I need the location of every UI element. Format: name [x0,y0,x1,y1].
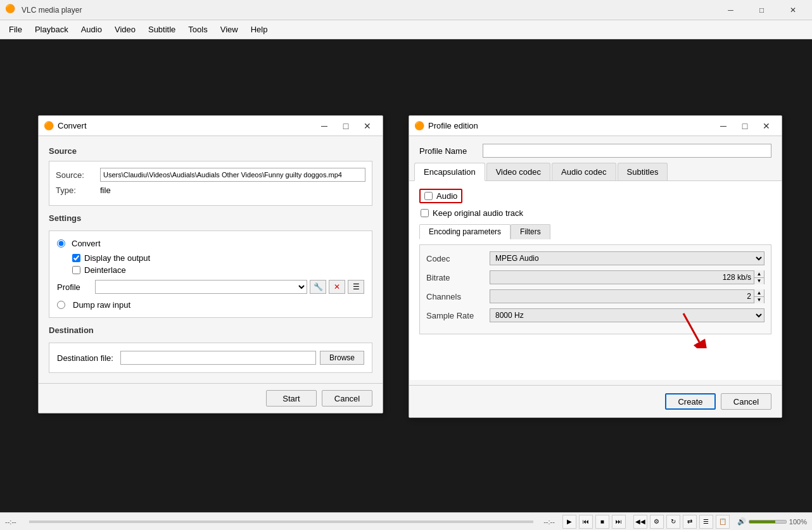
menu-tools[interactable]: Tools [182,22,213,37]
tab-encapsulation[interactable]: Encapsulation [414,163,485,181]
seek-area [19,521,543,523]
svg-line-4 [683,313,699,342]
stop-button[interactable]: ■ [595,515,609,529]
bitrate-row: Bitrate 128 kb/s ▲ ▼ [426,270,764,284]
source-row: Source: [56,168,365,182]
playlist-button[interactable]: ☰ [699,515,713,529]
menu-view[interactable]: View [214,22,244,37]
profile-name-row: Profile Name [409,136,782,163]
sample-rate-select[interactable]: 8000 Hz [490,308,764,322]
prev-button[interactable]: ⏮ [579,515,593,529]
deinterlace-checkbox[interactable] [72,266,80,274]
channels-value: 2 [490,292,754,301]
type-value: file [100,186,111,195]
browse-button[interactable]: Browse [320,351,364,365]
settings-section: Convert Display the output Deinterlace P… [49,230,372,318]
menu-file[interactable]: File [3,22,29,37]
source-input[interactable] [100,168,365,182]
settings-section-label: Settings [49,213,372,223]
convert-radio[interactable] [57,239,65,248]
subtab-filters[interactable]: Filters [511,224,550,239]
profile-wrench-button[interactable]: 🔧 [310,280,326,294]
spacer [419,334,771,372]
tabs-bar: Encapsulation Video codec Audio codec Su… [409,163,782,181]
sample-rate-label: Sample Rate [426,311,490,320]
profile-select[interactable] [95,280,307,294]
channels-up-button[interactable]: ▲ [754,289,764,296]
extended-button[interactable]: 📋 [716,515,730,529]
menu-playback[interactable]: Playback [29,22,75,37]
bitrate-label: Bitrate [426,273,490,282]
cancel-button[interactable]: Cancel [322,390,372,407]
profile-dialog-controls: ─ □ ✕ [713,117,777,135]
profile-dialog-title: Profile edition [428,121,713,130]
settings-button[interactable]: ⚙ [650,515,664,529]
dump-raw-radio[interactable] [57,301,65,309]
volume-icon: 🔊 [737,517,746,526]
time-right: --:-- [543,518,555,526]
display-output-row: Display the output [72,253,364,263]
audio-checkbox[interactable] [424,192,433,200]
arrow-indicator [677,310,709,348]
bitrate-up-button[interactable]: ▲ [754,270,764,277]
tab-subtitles[interactable]: Subtitles [618,163,668,180]
convert-dialog-controls: ─ □ ✕ [314,117,377,135]
dest-file-row: Destination file: Browse [57,351,364,365]
audio-row: Audio [419,189,771,203]
convert-minimize-button[interactable]: ─ [314,117,334,135]
destination-section: Destination file: Browse [49,343,372,373]
profile-new-button[interactable]: ☰ [348,280,364,294]
profile-dialog-title-bar: 🟠 Profile edition ─ □ ✕ [409,116,782,136]
channels-down-button[interactable]: ▼ [754,296,764,304]
convert-dialog: 🟠 Convert ─ □ ✕ Source Source: Type: fil… [38,115,383,413]
profile-maximize-button[interactable]: □ [735,117,755,135]
profile-cancel-button[interactable]: Cancel [721,393,771,410]
encoding-params-content: Codec MPEG Audio Bitrate 128 kb/s ▲ ▼ [419,244,771,334]
audio-checkbox-wrap: Audio [419,189,462,203]
bitrate-down-button[interactable]: ▼ [754,277,764,285]
play-button[interactable]: ▶ [562,515,576,529]
loop-button[interactable]: ↻ [666,515,680,529]
deinterlace-row: Deinterlace [72,265,364,275]
convert-radio-label: Convert [72,239,101,248]
type-row: Type: file [56,186,365,195]
maximize-button[interactable]: □ [747,0,776,20]
tab-video-codec[interactable]: Video codec [486,163,550,180]
seek-bar[interactable] [29,521,533,523]
profile-close-button[interactable]: ✕ [756,117,777,135]
display-output-label: Display the output [84,253,150,263]
dest-file-input[interactable] [120,351,316,365]
tab-content: Audio Keep original audio track Encoding… [409,181,782,380]
menu-video[interactable]: Video [108,22,142,37]
title-bar: 🟠 VLC media player ─ □ ✕ [0,0,812,20]
sample-rate-row: Sample Rate 8000 Hz [426,308,764,322]
next-button[interactable]: ⏭ [612,515,626,529]
start-button[interactable]: Start [266,390,317,407]
frame-prev-button[interactable]: ◀◀ [633,515,647,529]
profile-dialog-icon: 🟠 [414,121,424,130]
display-output-checkbox[interactable] [72,254,80,262]
profile-minimize-button[interactable]: ─ [713,117,733,135]
convert-close-button[interactable]: ✕ [357,117,377,135]
profile-dialog-footer: Create Cancel [409,385,782,417]
menu-audio[interactable]: Audio [75,22,108,37]
create-button[interactable]: Create [665,393,716,410]
random-button[interactable]: ⇄ [683,515,697,529]
bitrate-value: 128 kb/s [490,273,754,282]
convert-maximize-button[interactable]: □ [336,117,356,135]
convert-dialog-content: Source Source: Type: file Settings Conve… [39,136,383,383]
profile-delete-button[interactable]: ✕ [329,280,345,294]
close-button[interactable]: ✕ [778,0,807,20]
volume-level: 100% [789,518,807,526]
volume-bar[interactable] [749,520,787,524]
codec-select[interactable]: MPEG Audio [490,251,764,265]
subtab-encoding-params[interactable]: Encoding parameters [419,224,511,239]
profile-name-input[interactable] [483,144,771,158]
menu-subtitle[interactable]: Subtitle [142,22,182,37]
minimize-button[interactable]: ─ [716,0,745,20]
profile-row: Profile 🔧 ✕ ☰ [57,280,364,294]
keep-original-checkbox[interactable] [421,209,429,217]
menu-help[interactable]: Help [244,22,274,37]
tab-audio-codec[interactable]: Audio codec [552,163,616,180]
channels-label: Channels [426,292,490,301]
